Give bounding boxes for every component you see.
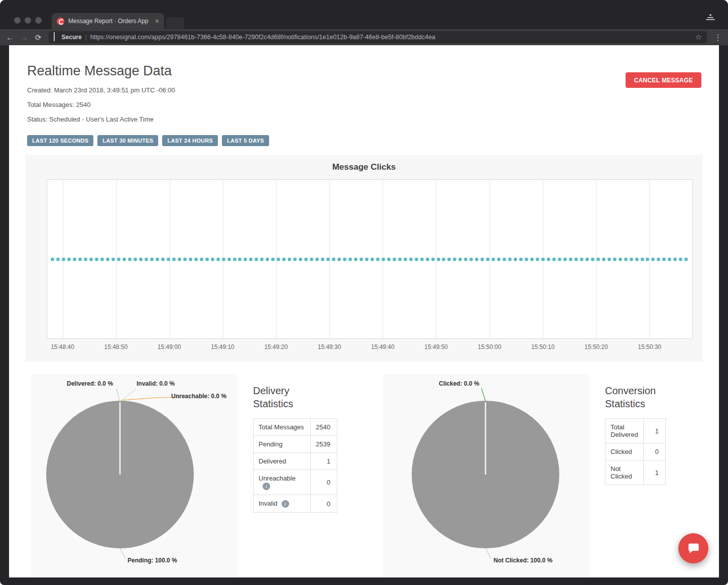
back-icon[interactable]: ←	[6, 34, 14, 41]
chart-plot-area: 0	[47, 179, 693, 339]
data-point	[630, 258, 633, 261]
data-point	[569, 258, 572, 261]
reload-icon[interactable]: ⟳	[35, 34, 42, 41]
data-point	[315, 258, 319, 261]
data-point	[156, 258, 159, 261]
chart-title: Message Clicks	[30, 162, 698, 172]
data-point	[222, 258, 225, 261]
info-icon[interactable]: i	[263, 483, 270, 490]
new-tab-button[interactable]	[166, 17, 184, 29]
data-point	[453, 258, 456, 261]
data-point	[563, 258, 567, 261]
cancel-message-button[interactable]: CANCEL MESSAGE	[626, 72, 701, 88]
info-icon[interactable]: i	[282, 500, 289, 508]
statistics-section: Delivered: 0.0 % Invalid: 0.0 % Unreacha…	[25, 374, 703, 577]
stats-row: Total Messages2540	[254, 419, 337, 436]
data-point	[536, 258, 539, 261]
data-point	[189, 258, 192, 261]
data-point	[608, 258, 611, 261]
data-point	[591, 258, 594, 261]
data-point	[51, 258, 54, 261]
close-tab-icon[interactable]: ×	[155, 18, 159, 25]
data-point	[227, 258, 231, 261]
stats-row-value: 2539	[311, 436, 337, 453]
data-point	[337, 258, 341, 261]
close-window-button[interactable]	[14, 17, 21, 24]
x-tick-label: 15:48:40	[51, 343, 74, 350]
data-point	[282, 258, 286, 261]
data-point	[475, 258, 478, 261]
chat-launcher-button[interactable]	[678, 533, 708, 563]
chat-bubble-icon	[687, 542, 700, 555]
data-point	[150, 258, 154, 261]
browser-tab[interactable]: Message Report · Orders App ×	[52, 13, 164, 29]
window-controls	[14, 17, 42, 24]
data-point	[426, 258, 429, 261]
pie-label-not-clicked: Not Clicked: 100.0 %	[494, 557, 552, 564]
range-button-30-minutes[interactable]: LAST 30 MINUTES	[97, 135, 158, 146]
onesignal-favicon	[57, 18, 64, 25]
stats-row: Clicked0	[605, 443, 666, 460]
data-point	[271, 258, 275, 261]
data-point	[211, 258, 214, 261]
profile-icon[interactable]	[706, 14, 715, 22]
gridline	[649, 180, 650, 338]
message-clicks-chart-panel: Message Clicks 0 15:48:4015:48:5015:49:0…	[25, 155, 703, 362]
data-point	[464, 258, 467, 261]
data-point	[178, 258, 181, 261]
x-tick-label: 15:50:10	[531, 343, 555, 350]
data-point	[200, 258, 203, 261]
stats-row-label: Clicked	[605, 443, 644, 460]
conversion-statistics-title: Conversion Statistics	[605, 384, 660, 410]
data-point	[458, 258, 462, 261]
data-point	[387, 258, 391, 261]
x-tick-label: 15:50:00	[478, 343, 502, 350]
data-point	[194, 258, 198, 261]
data-point	[552, 258, 556, 261]
conversion-pie-leader-lines	[383, 374, 589, 577]
range-button-24-hours[interactable]: LAST 24 HOURS	[162, 135, 218, 146]
address-bar[interactable]: Secure | https://onesignal.com/apps/2978…	[49, 31, 707, 43]
browser-menu-icon[interactable]: ⋮	[714, 33, 722, 42]
bookmark-star-icon[interactable]: ☆	[695, 33, 702, 42]
range-button-5-days[interactable]: LAST 5 DAYS	[222, 135, 269, 146]
stats-row-label: Total Delivered	[605, 419, 644, 443]
stats-row-value: 0	[643, 443, 665, 460]
range-button-120-seconds[interactable]: LAST 120 SECONDS	[27, 135, 93, 146]
data-point	[326, 258, 330, 261]
stats-row-label: Unreachablei	[254, 470, 311, 495]
page: Realtime Message Data Created: March 23r…	[9, 45, 719, 577]
data-point	[673, 258, 677, 261]
data-point	[371, 258, 374, 261]
x-tick-label: 15:48:50	[104, 343, 128, 350]
data-point	[382, 258, 385, 261]
minimize-window-button[interactable]	[25, 17, 31, 24]
data-point	[651, 258, 655, 261]
data-point	[492, 258, 495, 261]
stats-row: Total Delivered1	[605, 419, 666, 443]
maximize-window-button[interactable]	[35, 17, 42, 24]
data-point	[398, 258, 402, 261]
time-range-buttons: LAST 120 SECONDS LAST 30 MINUTES LAST 24…	[27, 135, 703, 146]
data-point	[128, 258, 132, 261]
page-title: Realtime Message Data	[27, 63, 703, 79]
stats-row: Pending2539	[254, 436, 337, 453]
titlebar: Message Report · Orders App ×	[0, 0, 728, 29]
data-point	[56, 258, 60, 261]
data-point	[310, 258, 313, 261]
data-point	[365, 258, 369, 261]
forward-icon[interactable]: →	[21, 34, 28, 41]
status-text: Status: Scheduled - User's Last Active T…	[27, 115, 703, 123]
data-point	[332, 258, 335, 261]
data-point	[431, 258, 435, 261]
data-point	[172, 258, 176, 261]
tab-title: Message Report · Orders App	[68, 18, 151, 25]
data-point	[497, 258, 501, 261]
x-tick-label: 15:49:40	[371, 343, 395, 350]
browser-window: Message Report · Orders App × ← → ⟳ Secu…	[0, 0, 728, 585]
stats-row-value: 1	[643, 419, 665, 443]
total-messages-text: Total Messages: 2540	[27, 101, 703, 108]
data-point	[469, 258, 473, 261]
data-point	[205, 258, 209, 261]
stats-row-value: 0	[311, 495, 337, 513]
